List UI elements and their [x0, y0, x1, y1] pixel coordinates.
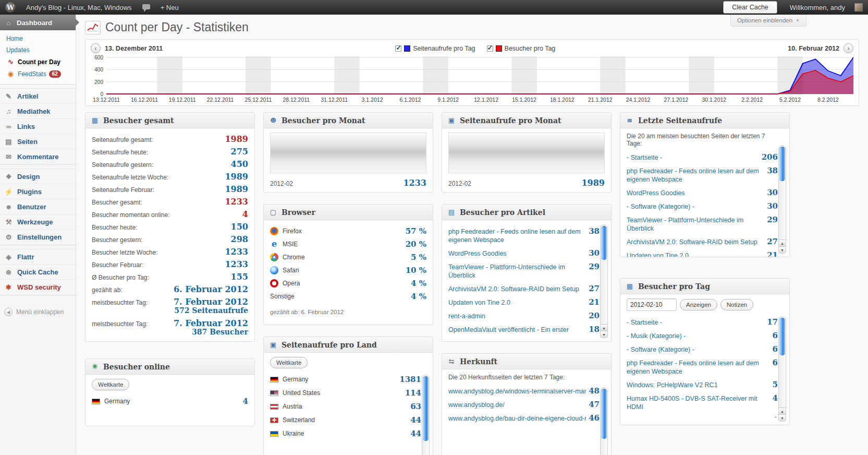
widget-header[interactable]: Besucher pro Tag	[620, 279, 789, 294]
sidebar-menu-item[interactable]: Artikel	[0, 89, 76, 104]
widget-header[interactable]: Browser	[264, 205, 433, 220]
list-item: php Feedreader - Feeds online lesen auf …	[448, 224, 600, 246]
site-title-link[interactable]: Andy's Blog - Linux, Mac, Windows	[21, 0, 137, 15]
sidebar-menu-item[interactable]: Seiten	[0, 134, 76, 149]
scrollbar[interactable]: ▲ ▼	[778, 145, 786, 254]
page-link[interactable]: Updaten von Tine 2.0	[627, 416, 764, 417]
comments-shortcut[interactable]	[137, 0, 155, 15]
scroll-up-arrow[interactable]: ▲	[601, 324, 607, 331]
sidebar-menu-item[interactable]: Flattr	[0, 249, 76, 265]
page-link[interactable]: php Feedreader - Feeds online lesen auf …	[448, 228, 586, 244]
pageviews-checkbox[interactable]	[395, 45, 401, 52]
page-link[interactable]: TeamViewer - Plattform-Unterschiede im Ü…	[627, 216, 764, 233]
user-avatar[interactable]	[854, 3, 863, 11]
scroll-up-arrow[interactable]: ▲	[779, 408, 786, 414]
stat-value: 1989	[225, 184, 248, 194]
show-button[interactable]: Anzeigen	[680, 299, 717, 310]
sidebar-menu-item[interactable]: WSD security	[0, 280, 76, 295]
menu-item-icon	[4, 138, 13, 146]
widget-header[interactable]: Besucher pro Monat	[264, 113, 433, 128]
referrer-link[interactable]: www.andysblog.de/windows-terminalserver-…	[448, 387, 586, 396]
clear-cache-button[interactable]: Clear Cache	[723, 1, 777, 14]
widget-header[interactable]: Letzte Seitenaufrufe	[620, 113, 789, 128]
page-link[interactable]: ArchivistaVM 2.0: Software-RAID beim Set…	[627, 238, 764, 246]
page-link[interactable]: rent-a-admin	[448, 312, 586, 320]
collapse-menu-button[interactable]: ◀ Menü einklappen	[0, 303, 76, 321]
sidebar-menu-item[interactable]: Benutzer	[0, 199, 76, 214]
date-input[interactable]	[627, 298, 677, 311]
scroll-down-arrow[interactable]: ▼	[779, 414, 786, 421]
world-map-button[interactable]: Weltkarte	[92, 379, 129, 390]
sidebar-menu-item[interactable]: Links	[0, 119, 76, 134]
scroll-down-arrow[interactable]: ▼	[601, 331, 607, 338]
account-menu[interactable]: Willkommen, andy	[785, 0, 850, 15]
scrollbar-thumb[interactable]	[779, 318, 785, 355]
new-content-menu[interactable]: + Neu	[155, 0, 184, 15]
page-link[interactable]: - Startseite -	[627, 153, 762, 162]
sidebar-submenu-item[interactable]: Home	[0, 33, 76, 44]
page-link[interactable]: TeamViewer - Plattform-Unterschiede im Ü…	[448, 263, 586, 280]
sidebar-menu-item[interactable]: Mediathek	[0, 104, 76, 119]
sidebar-submenu-item[interactable]: Count per Day	[0, 56, 76, 68]
scrollbar-thumb[interactable]	[779, 147, 785, 181]
scrollbar-thumb[interactable]	[601, 389, 607, 439]
page-link[interactable]: - Startseite -	[627, 318, 764, 327]
page-link[interactable]: Updaten von Tine 2.0	[448, 298, 586, 307]
sidebar-menu-item[interactable]: Werkzeuge	[0, 214, 76, 230]
scrollbar[interactable]	[422, 375, 430, 455]
sidebar-menu-item[interactable]: Quick Cache	[0, 265, 76, 280]
referrer-link[interactable]: www.andysblog.de/bau-dir-deine-eigene-cl…	[448, 414, 586, 423]
prev-range-button[interactable]: ‹	[91, 43, 101, 53]
page-link[interactable]: php Feedreader - Feeds online lesen auf …	[627, 167, 764, 184]
widget-header[interactable]: Besucher gesamt	[85, 113, 254, 128]
sidebar-item-dashboard[interactable]: Dashboard	[0, 15, 76, 30]
page-link[interactable]: WordPress Goodies	[448, 249, 586, 258]
sidebar-submenu-item[interactable]: FeedStats 62	[0, 68, 76, 80]
page-link[interactable]: - Software (Kategorie) -	[627, 345, 764, 354]
scrollbar-thumb[interactable]	[601, 226, 607, 260]
sidebar-menu-item[interactable]: Einstellungen	[0, 230, 76, 245]
row-value: 4	[764, 393, 778, 403]
page-link[interactable]: php Feedreader - Feeds online lesen auf …	[627, 359, 764, 376]
page-link[interactable]: WordPress Goodies	[627, 189, 764, 197]
widget-header[interactable]: Seitenaufrufe pro Monat	[442, 113, 611, 128]
widget-header[interactable]: Besucher online	[85, 359, 254, 375]
country-flag-icon	[270, 390, 278, 396]
page-link[interactable]: Humax HD-5400S - DVB-S SAT-Receiver mit …	[627, 394, 764, 411]
stat-value-main: 7. Februar 2012	[174, 297, 248, 307]
sidebar-submenu-item[interactable]: Updates	[0, 44, 76, 56]
menu-group-plugins: Flattr Quick Cache WSD security	[0, 249, 76, 295]
x-tick-label: 5.2.2012	[779, 97, 801, 103]
page-link[interactable]: Updaten von Tine 2.0	[627, 252, 764, 257]
page-link[interactable]: - Software (Kategorie) -	[627, 202, 764, 211]
screen-options-tab[interactable]: Optionen einblenden ▼	[730, 15, 806, 27]
sidebar-menu-item[interactable]: Kommentare	[0, 149, 76, 164]
visitors-checkbox[interactable]	[487, 45, 493, 52]
widget-title: Besucher pro Monat	[282, 116, 365, 125]
page-link[interactable]: OpenMediaVault veröffentlicht - Ein erst…	[448, 326, 586, 335]
page-link[interactable]: Windows: PcHelpWare V2 RC1	[627, 381, 764, 389]
next-range-button[interactable]: ›	[843, 43, 853, 53]
page-link[interactable]: - Musik (Kategorie) -	[627, 332, 764, 340]
sidebar-menu-item[interactable]: Design	[0, 169, 76, 184]
scrollbar[interactable]: ▲ ▼	[778, 316, 786, 422]
scroll-down-arrow[interactable]: ▼	[779, 246, 786, 253]
page-link[interactable]: ArchivistaVM 2.0: Software-RAID beim Set…	[448, 285, 586, 293]
notes-button[interactable]: Notizen	[720, 299, 753, 310]
scroll-up-arrow[interactable]: ▲	[779, 240, 786, 246]
country-name: Germany	[104, 398, 230, 405]
referrer-link[interactable]: www.andysblog.de/	[448, 401, 586, 409]
wp-logo-menu[interactable]: W	[0, 0, 21, 15]
scrollbar[interactable]: ▲ ▼	[600, 224, 608, 338]
widget-column-4: Letzte Seitenaufrufe Die 20 am meisten b…	[620, 112, 790, 455]
widget-header[interactable]: Herkunft	[442, 354, 611, 369]
scrollbar[interactable]	[600, 387, 608, 455]
widget-header[interactable]: Besucher pro Artikel	[442, 205, 611, 220]
country-flag-icon	[92, 399, 100, 404]
world-map-button[interactable]: Weltkarte	[270, 357, 308, 368]
month-label: 2012-02	[448, 180, 581, 187]
scrollbar-thumb[interactable]	[423, 376, 429, 441]
row-value: 17	[764, 317, 778, 327]
sidebar-menu-item[interactable]: Plugins	[0, 184, 76, 199]
widget-header[interactable]: Seitenaufrufe pro Land	[264, 337, 433, 353]
